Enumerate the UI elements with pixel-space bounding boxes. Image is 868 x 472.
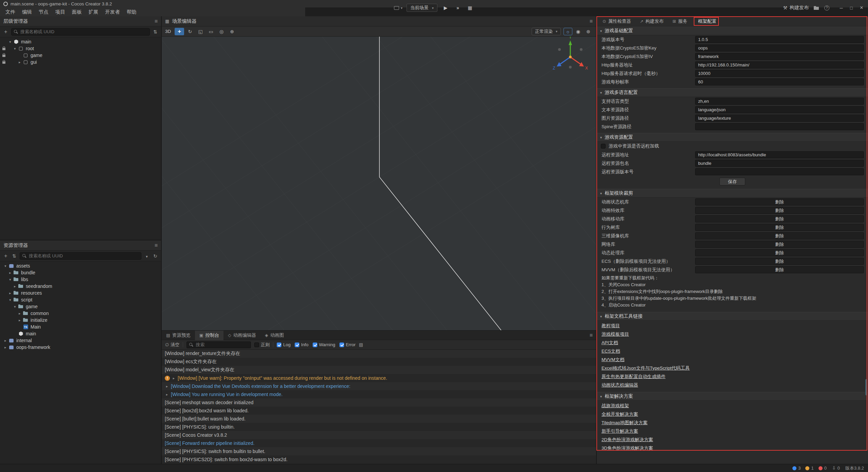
log-row[interactable]: [Scene] Forward render pipeline initiali… (162, 439, 596, 447)
dimension-toggle[interactable]: 3D (165, 29, 171, 34)
expand-arrow-icon[interactable] (12, 46, 18, 51)
doc-link[interactable]: MVVM文档 (601, 355, 625, 364)
section-collapse-icon[interactable] (600, 91, 602, 95)
log-row[interactable]: [Window] render_texture文件夹存在 (162, 350, 596, 358)
hierarchy-node-row[interactable]: main (0, 38, 161, 45)
menu-item[interactable]: 帮助 (123, 9, 140, 15)
log-filter-toggle[interactable]: Error (339, 342, 356, 347)
menu-item[interactable]: 扩展 (85, 9, 102, 15)
section-collapse-icon[interactable] (600, 29, 602, 33)
expand-arrow-icon[interactable] (7, 277, 13, 281)
doc-link[interactable]: 教程项目 (601, 321, 620, 330)
section-doc-links[interactable]: 框架文档工具链接 (597, 312, 868, 321)
clear-console-button[interactable]: 清空 (165, 342, 179, 348)
solution-link[interactable]: 3D角色扮演游戏解决方案 (601, 444, 653, 452)
menu-item[interactable]: 开发者 (102, 9, 123, 15)
menu-item[interactable]: 项目 (52, 9, 68, 15)
preview-device-button[interactable] (394, 6, 402, 10)
log-row[interactable]: [Window] model_view文件夹存在 (162, 366, 596, 374)
field-value-input[interactable] (695, 168, 864, 175)
scene-tool-button[interactable] (217, 28, 226, 35)
console-tab[interactable]: 动画图 (260, 331, 288, 340)
asset-node-row[interactable]: resources (0, 290, 161, 296)
sort-assets-icon[interactable] (11, 253, 17, 259)
field-value-input[interactable]: oops (695, 44, 864, 52)
doc-link[interactable]: Excel格式转Json文件与TypeScript代码工具 (601, 364, 690, 372)
log-row[interactable]: [Scene] [PHYSICS2D]: switch from box2d-w… (162, 455, 596, 464)
expand-arrow-icon[interactable] (3, 264, 8, 268)
build-publish-button[interactable]: 构建发布 (783, 5, 809, 11)
play-button[interactable] (441, 5, 450, 11)
delete-module-button[interactable]: 删除 (695, 224, 864, 231)
field-value-input[interactable]: framework (695, 53, 864, 60)
asset-node-row[interactable]: internal (0, 337, 161, 344)
asset-node-row[interactable]: bundle (0, 269, 161, 276)
log-row[interactable]: ▸ [Window] Download the Vue Devtools ext… (162, 382, 596, 390)
field-value-input[interactable] (695, 123, 864, 130)
asset-node-row[interactable]: Main (0, 323, 161, 330)
log-row[interactable]: [Scene] [box2d]:box2d wasm lib loaded. (162, 407, 596, 415)
log-filter-toggle[interactable]: Log (277, 342, 291, 347)
doc-link[interactable]: 游戏模板项目 (601, 330, 629, 338)
expand-arrow-icon[interactable] (12, 284, 18, 288)
field-value-input[interactable]: http://192.168.0.150/main/ (695, 61, 864, 68)
minimize-button[interactable] (837, 4, 846, 11)
expand-arrow-icon[interactable] (3, 345, 8, 349)
asset-node-row[interactable]: script (0, 296, 161, 303)
panel-menu-icon[interactable] (155, 242, 158, 249)
doc-link[interactable]: 动画状态机编辑器 (601, 381, 638, 389)
scrollbar-thumb[interactable] (865, 379, 867, 395)
assets-search-input[interactable] (20, 252, 141, 260)
log-filter-toggle[interactable]: Info (295, 342, 309, 347)
hierarchy-node-row[interactable]: gui (0, 59, 161, 65)
save-button[interactable]: 保存 (719, 178, 745, 185)
expand-arrow-icon[interactable] (7, 291, 13, 295)
asset-node-row[interactable]: main (0, 330, 161, 337)
log-row[interactable]: [Scene] Cocos Creator v3.8.2 (162, 431, 596, 439)
console-tab[interactable]: 动画编辑器 (223, 331, 260, 340)
delete-module-button[interactable]: 删除 (695, 258, 864, 265)
log-row[interactable]: [Scene] [bullet]:bullet wasm lib loaded. (162, 415, 596, 423)
sort-toggle-icon[interactable] (152, 29, 158, 35)
open-folder-icon[interactable] (813, 5, 820, 10)
hierarchy-search-input[interactable] (11, 28, 150, 36)
section-resource-config[interactable]: 游戏资源配置 (597, 133, 868, 142)
checkbox-icon[interactable] (313, 342, 317, 347)
log-row[interactable]: [Scene] meshopt wasm decoder initialized (162, 398, 596, 407)
log-row[interactable]: [Scene] [PHYSICS]: switch from builtin t… (162, 447, 596, 455)
log-row[interactable]: ! ▸ [Window] [Vue warn]: Property "onInp… (162, 374, 596, 382)
maximize-button[interactable] (847, 4, 856, 11)
scene-tool-button[interactable] (196, 28, 205, 35)
field-value-input[interactable]: language/json (695, 106, 864, 113)
log-row[interactable]: [Window] ecs文件夹存在 (162, 358, 596, 366)
solution-link[interactable]: 战旗游戏框架 (601, 401, 629, 410)
layout-grid-icon[interactable] (466, 5, 474, 11)
section-collapse-icon[interactable] (600, 314, 602, 318)
add-node-button[interactable] (3, 29, 9, 35)
hierarchy-node-row[interactable]: root (0, 45, 161, 52)
scene-tool-button[interactable] (185, 28, 195, 35)
delete-module-button[interactable]: 删除 (695, 198, 864, 205)
expand-arrow-icon[interactable] (7, 298, 13, 302)
solution-link[interactable]: 新手引导解决方案 (601, 427, 638, 435)
add-asset-button[interactable] (3, 253, 9, 259)
checkbox-icon[interactable] (295, 342, 299, 347)
field-value-input[interactable]: 1.0.5 (695, 36, 864, 43)
section-collapse-icon[interactable] (600, 135, 602, 139)
inspector-tab[interactable]: 构建发布 (635, 16, 668, 26)
asset-node-row[interactable]: seedrandom (0, 283, 161, 290)
notification-count[interactable]: 1 (805, 466, 813, 471)
expand-arrow-icon[interactable] (17, 311, 22, 315)
axis-gizmo[interactable]: Y X Z (550, 37, 591, 75)
log-filter-toggle[interactable]: Warning (313, 342, 335, 347)
console-tab[interactable]: 控制台 (195, 331, 223, 340)
view-tool-button[interactable] (564, 28, 572, 35)
field-value-input[interactable]: 10000 (695, 70, 864, 77)
panel-menu-icon[interactable] (590, 18, 593, 24)
menu-item[interactable]: 面板 (68, 9, 85, 15)
expand-arrow-icon[interactable] (7, 40, 13, 44)
doc-link[interactable]: ECS文档 (601, 347, 620, 355)
console-tab[interactable]: 资源预览 (162, 331, 195, 340)
asset-node-row[interactable]: game (0, 303, 161, 310)
notification-count[interactable]: 0 (818, 466, 827, 471)
